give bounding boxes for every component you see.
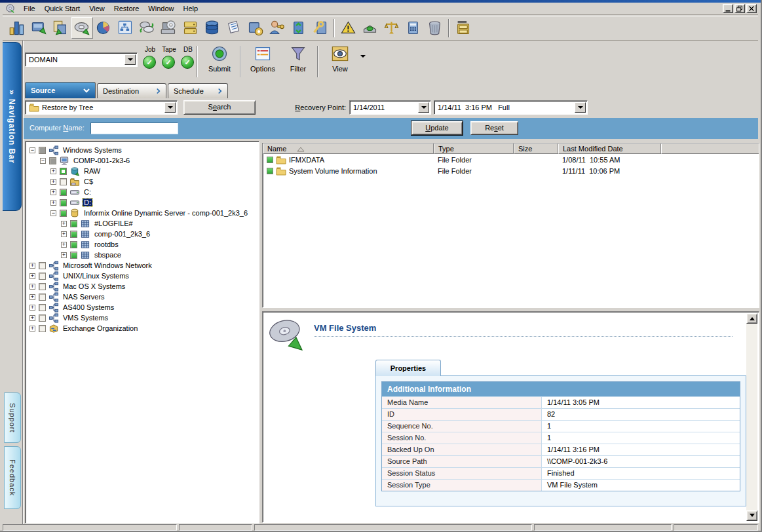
tree-item-label[interactable]: RAW <box>83 167 102 175</box>
tree-item-label[interactable]: comp-001_2k3_6 <box>93 230 151 238</box>
tree-expander-minus[interactable]: − <box>29 147 35 153</box>
tree-expander-plus[interactable]: + <box>29 305 35 311</box>
tree-checkbox[interactable] <box>70 231 77 238</box>
tree-checkbox[interactable] <box>39 314 46 322</box>
submit-button[interactable]: Submit <box>202 45 237 73</box>
server-tree-button[interactable] <box>115 17 136 39</box>
tree-expander-plus[interactable]: + <box>29 326 35 332</box>
tree-checkbox[interactable] <box>49 157 56 164</box>
filter-button[interactable]: Filter <box>280 45 316 73</box>
job-status-button[interactable] <box>93 17 115 39</box>
tree-item-label[interactable]: Informix Online Dynamic Server - comp-00… <box>83 209 249 217</box>
tree-item-label[interactable]: D: <box>83 199 92 206</box>
tree-expander-plus[interactable]: + <box>50 200 56 206</box>
computer-name-input[interactable] <box>90 123 178 134</box>
domain-select[interactable]: DOMAIN <box>25 52 138 67</box>
tree-expander-plus[interactable]: + <box>29 284 35 290</box>
tree-checkbox[interactable] <box>60 178 67 185</box>
tree-checkbox[interactable] <box>39 294 46 301</box>
recovery-session-select[interactable]: 1/14/11 3:16 PM Full <box>434 100 588 115</box>
tree-checkbox[interactable] <box>60 199 67 206</box>
reports-button[interactable] <box>223 17 244 39</box>
tree-item-label[interactable]: rootdbs <box>93 240 120 248</box>
file-row[interactable]: IFMXDATAFile Folder1/08/11 10:55 AM <box>263 154 759 165</box>
file-checkbox[interactable] <box>267 157 273 163</box>
tree-item-label[interactable]: UNIX/Linux Systems <box>62 272 130 280</box>
archive-button[interactable] <box>452 17 474 39</box>
update-button[interactable]: Update <box>411 121 463 135</box>
reset-button[interactable]: Reset <box>470 121 518 135</box>
tab-source[interactable]: Source <box>25 82 96 98</box>
tree-item[interactable]: +comp-001_2k3_6 <box>26 229 259 239</box>
restore-window-button[interactable] <box>734 4 745 13</box>
tree-item[interactable]: +C$ <box>26 176 259 187</box>
server-tools-button[interactable] <box>309 17 331 39</box>
alerts-button[interactable] <box>337 17 359 39</box>
scroll-down-button[interactable] <box>746 510 757 521</box>
domain-dropdown-button[interactable] <box>124 54 136 65</box>
close-button[interactable] <box>746 4 757 13</box>
tree-item[interactable]: −COMP-001-2k3-6 <box>26 155 259 166</box>
server-config-button[interactable] <box>244 17 266 39</box>
file-row[interactable]: System Volume InformationFile Folder1/11… <box>263 165 759 176</box>
column-header-size[interactable]: Size <box>514 143 558 154</box>
device-drives-button[interactable] <box>180 17 201 39</box>
view-dropdown-button[interactable] <box>360 58 366 66</box>
feedback-tab[interactable]: Feedback <box>4 446 21 509</box>
tree-item-label[interactable]: C$ <box>83 178 94 185</box>
tree-checkbox[interactable] <box>39 325 46 332</box>
tree-expander-plus[interactable]: + <box>50 189 56 195</box>
tree-item-label[interactable]: Windows Systems <box>62 146 123 154</box>
tree-item-label[interactable]: Exchange Organization <box>62 324 139 332</box>
media-erase-button[interactable] <box>424 17 446 39</box>
view-button[interactable]: View <box>322 45 358 73</box>
file-name-cell[interactable]: IFMXDATA <box>263 155 434 164</box>
tree-item-label[interactable]: NAS Servers <box>62 293 106 301</box>
tree-item[interactable]: +rootdbs <box>26 239 259 250</box>
tab-destination[interactable]: Destination <box>97 83 166 98</box>
tree-item-label[interactable]: VMS Systems <box>62 314 109 322</box>
tree-expander-plus[interactable]: + <box>50 168 56 174</box>
tree-item[interactable]: +D: <box>26 197 259 208</box>
menu-window[interactable]: Window <box>143 3 178 14</box>
tree-expander-plus[interactable]: + <box>29 315 35 321</box>
media-pool-button[interactable] <box>381 17 402 39</box>
restore-mode-dropdown-button[interactable] <box>164 102 176 113</box>
tree-expander-plus[interactable]: + <box>29 294 35 300</box>
restore-mode-select[interactable]: Restore by Tree <box>25 100 178 115</box>
calculator-button[interactable] <box>402 17 424 39</box>
tree-item[interactable]: −Informix Online Dynamic Server - comp-0… <box>26 208 259 218</box>
tree-checkbox[interactable] <box>39 283 46 290</box>
tree-checkbox[interactable] <box>70 241 77 248</box>
tab-properties[interactable]: Properties <box>375 360 441 376</box>
tree-item[interactable]: +Microsoft Windows Network <box>26 260 259 271</box>
tree-expander-plus[interactable]: + <box>61 231 67 237</box>
tree-item-label[interactable]: #LOGFILE# <box>93 219 134 227</box>
tree-checkbox[interactable] <box>39 262 46 269</box>
scroll-up-button[interactable] <box>746 313 757 324</box>
column-header-last-modified-date[interactable]: Last Modified Date <box>558 143 661 154</box>
tab-schedule[interactable]: Schedule <box>168 83 228 98</box>
tree-item[interactable]: +Exchange Organization <box>26 323 259 333</box>
minimize-button[interactable] <box>723 4 733 13</box>
tree-expander-minus[interactable]: − <box>50 210 56 216</box>
tree-checkbox[interactable] <box>39 147 46 154</box>
tree-checkbox[interactable] <box>60 168 67 175</box>
support-tab[interactable]: Support <box>4 392 21 443</box>
database-button[interactable] <box>201 17 223 39</box>
tree-checkbox[interactable] <box>60 210 67 217</box>
server-sync-button[interactable] <box>288 17 309 39</box>
menu-quick-start[interactable]: Quick Start <box>40 3 85 14</box>
tree-item[interactable]: +VMS Systems <box>26 313 259 323</box>
tree-item[interactable]: +Mac OS X Systems <box>26 281 259 292</box>
tree-item-label[interactable]: Mac OS X Systems <box>62 282 126 290</box>
device-button-button[interactable] <box>359 17 381 39</box>
tree-item-label[interactable]: Microsoft Windows Network <box>62 261 153 269</box>
tree-item-label[interactable]: AS400 Systems <box>62 303 115 311</box>
tree-item[interactable]: +C: <box>26 187 259 197</box>
backup-button[interactable] <box>28 17 50 39</box>
tree-checkbox[interactable] <box>60 189 67 196</box>
menu-view[interactable]: View <box>85 3 109 14</box>
recovery-date-dropdown-button[interactable] <box>418 102 429 113</box>
navigation-bar-tab[interactable]: » Navigation Bar <box>3 42 22 211</box>
